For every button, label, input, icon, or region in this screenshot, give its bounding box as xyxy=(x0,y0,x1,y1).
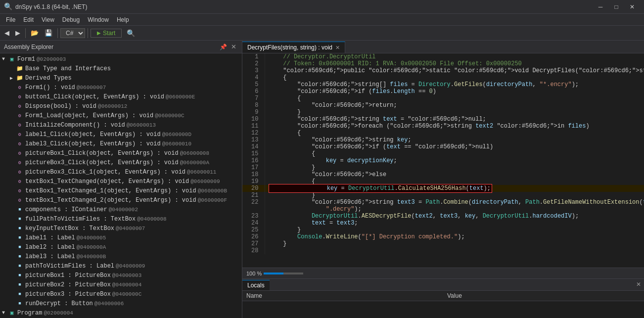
bottom-panel-close[interactable]: ✕ xyxy=(633,278,644,290)
back-button[interactable]: ◀ xyxy=(2,28,12,38)
panel-pin-button[interactable]: 📌 xyxy=(218,44,229,50)
tree-addr: @0600000E xyxy=(166,94,195,100)
tree-item[interactable]: ■runDecrypt : Button@04000006 xyxy=(0,299,242,308)
menu-edit[interactable]: Edit xyxy=(19,15,38,24)
tree-item[interactable]: ⚙textBox1_TextChanged_2(object, EventArg… xyxy=(0,195,242,205)
tree-item[interactable]: ⚙textBox1_TextChanged(object, EventArgs)… xyxy=(0,177,242,186)
menu-help[interactable]: Help xyxy=(113,15,133,24)
tree-item[interactable]: ▼▣Program@02000004 xyxy=(0,308,242,318)
tree-icon: ⚙ xyxy=(16,187,24,195)
tree-item[interactable]: ■keyInputTextBox : TextBox@04000007 xyxy=(0,224,242,233)
tree-addr: @0600000F xyxy=(198,197,227,203)
tree-item[interactable]: ⚙pictureBox3_Click(object, EventArgs) : … xyxy=(0,158,242,167)
tree-arrow[interactable]: ▼ xyxy=(2,56,8,62)
zoom-bar: 100 % xyxy=(242,268,644,278)
tree-item[interactable]: 📁Base Type and Interfaces xyxy=(0,64,242,73)
tree-arrow[interactable]: ▼ xyxy=(2,310,8,316)
tree-arrow[interactable]: ▶ xyxy=(10,75,16,81)
tree-icon: ■ xyxy=(16,281,24,289)
tree-addr: @02000004 xyxy=(44,310,73,316)
tree-icon: ■ xyxy=(16,290,24,298)
code-panel: DecryptFiles(string, string) : void ✕ 1 … xyxy=(242,41,644,318)
tree-item[interactable]: ■pictureBox2 : PictureBox@04000004 xyxy=(0,280,242,289)
close-button[interactable]: ✕ xyxy=(624,0,640,14)
minimize-button[interactable]: ─ xyxy=(593,0,608,14)
line-content: "color:#569cd6;">string text = "color:#5… xyxy=(265,116,644,123)
code-tab[interactable]: DecryptFiles(string, string) : void ✕ xyxy=(242,42,345,53)
save-button[interactable]: 💾 xyxy=(42,28,55,38)
tree-icon: ■ xyxy=(16,215,24,223)
open-button[interactable]: 📂 xyxy=(28,28,41,38)
tree-addr: @04000006 xyxy=(94,301,124,307)
line-number: 15 xyxy=(242,150,265,157)
tree-item[interactable]: ▼▣Form1@02000003 xyxy=(0,54,242,64)
menu-debug[interactable]: Debug xyxy=(58,15,84,24)
tree-addr: @04000002 xyxy=(109,207,138,213)
tree-item[interactable]: ⚙button1_Click(object, EventArgs) : void… xyxy=(0,92,242,101)
tree-item[interactable]: ■fullPathToVictimFiles : TextBox@0400000… xyxy=(0,214,242,224)
tree-item[interactable]: ■label1 : Label@04000005 xyxy=(0,233,242,242)
line-content xyxy=(265,247,644,254)
tree-icon: ■ xyxy=(16,262,24,270)
panel-close-button[interactable]: ✕ xyxy=(230,43,238,50)
line-content: { xyxy=(265,178,644,185)
tab-close-icon[interactable]: ✕ xyxy=(335,45,340,51)
forward-button[interactable]: ▶ xyxy=(13,28,23,38)
tree-item[interactable]: ⚙textBox1_TextChanged_1(object, EventArg… xyxy=(0,186,242,195)
line-number: 24 xyxy=(242,220,265,227)
tree-icon: ■ xyxy=(16,206,24,214)
menu-window[interactable]: Window xyxy=(84,15,113,24)
tree-item[interactable]: ⚙pictureBox3_Click_1(object, EventArgs) … xyxy=(0,167,242,177)
search-button[interactable]: 🔍 xyxy=(123,28,139,38)
line-number: 1 xyxy=(242,53,265,60)
line-number: 12 xyxy=(242,130,265,136)
menu-view[interactable]: View xyxy=(38,15,58,24)
maximize-button[interactable]: □ xyxy=(608,0,624,14)
tree-addr: @0600000A xyxy=(180,160,209,166)
start-icon: ▶ xyxy=(97,30,101,36)
line-content: } xyxy=(265,109,644,116)
menu-file[interactable]: File xyxy=(2,15,19,24)
assembly-tree[interactable]: ▼▣Form1@02000003📁Base Type and Interface… xyxy=(0,53,242,318)
line-number: 8 xyxy=(242,102,265,109)
zoom-slider[interactable] xyxy=(264,273,303,274)
tree-item[interactable]: ■pictureBox1 : PictureBox@04000003 xyxy=(0,271,242,280)
tree-item[interactable]: ⚙label3_Click(object, EventArgs) : void@… xyxy=(0,139,242,148)
tree-item[interactable]: ■components : IContainer@04000002 xyxy=(0,205,242,214)
language-selector[interactable]: C# xyxy=(60,28,85,38)
tree-addr: @02000003 xyxy=(37,56,66,62)
tree-addr: @0600000D xyxy=(162,132,191,137)
tree-label: label3_Click(object, EventArgs) : void xyxy=(25,140,161,147)
tree-item[interactable]: ■label2 : Label@0400000A xyxy=(0,242,242,252)
tree-icon: ⚙ xyxy=(16,196,24,204)
tree-item[interactable]: ⚙pictureBox1_Click(object, EventArgs) : … xyxy=(0,148,242,158)
locals-tab[interactable]: Locals xyxy=(242,280,270,290)
line-content: "color:#569cd6;">else xyxy=(265,171,644,178)
window-controls: ─ □ ✕ xyxy=(593,0,640,14)
tree-item[interactable]: ■pictureBox3 : PictureBox@0400000C xyxy=(0,289,242,299)
start-button[interactable]: ▶ Start xyxy=(91,29,122,38)
line-content: DecryptorUtil.AESDecryptFile(text2, text… xyxy=(265,213,644,220)
code-area[interactable]: 1 // Decryptor.DecryptorUtil2 // Token: … xyxy=(242,53,644,268)
line-content: } xyxy=(265,240,644,247)
tree-addr: @0400000A xyxy=(77,244,106,250)
line-number: 23 xyxy=(242,213,265,220)
tree-item[interactable]: ■pathToVictimFiles : Label@04000009 xyxy=(0,261,242,271)
tree-item[interactable]: ⚙InitializeComponent() : void@06000013 xyxy=(0,120,242,130)
tab-label: DecryptFiles(string, string) : void xyxy=(247,44,332,51)
tree-item[interactable]: ⚙Form1_Load(object, EventArgs) : void@06… xyxy=(0,111,242,120)
tree-item[interactable]: ■label3 : Label@0400000B xyxy=(0,252,242,261)
tree-item[interactable]: ⚙Form1() : void@06000007 xyxy=(0,83,242,92)
tree-item[interactable]: ⚙label1_Click(object, EventArgs) : void@… xyxy=(0,130,242,139)
line-content: "color:#569cd6;">return; xyxy=(265,102,644,109)
tree-item[interactable]: ▶📁Derived Types xyxy=(0,73,242,83)
line-content: "color:#569cd6;">public "color:#569cd6;"… xyxy=(265,67,644,74)
line-number: 3 xyxy=(242,67,265,74)
line-content: key = DecryptorUtil.CalculateSHA256Hash(… xyxy=(265,185,644,192)
tree-label: label2 : Label xyxy=(25,244,75,251)
line-number: 18 xyxy=(242,171,265,178)
tree-icon: ⚙ xyxy=(16,149,24,157)
tree-label: Program xyxy=(17,310,42,317)
line-content: // Token: 0x06000001 RID: 1 RVA: 0x00002… xyxy=(265,60,644,67)
tree-item[interactable]: ⚙Dispose(bool) : void@06000012 xyxy=(0,101,242,111)
